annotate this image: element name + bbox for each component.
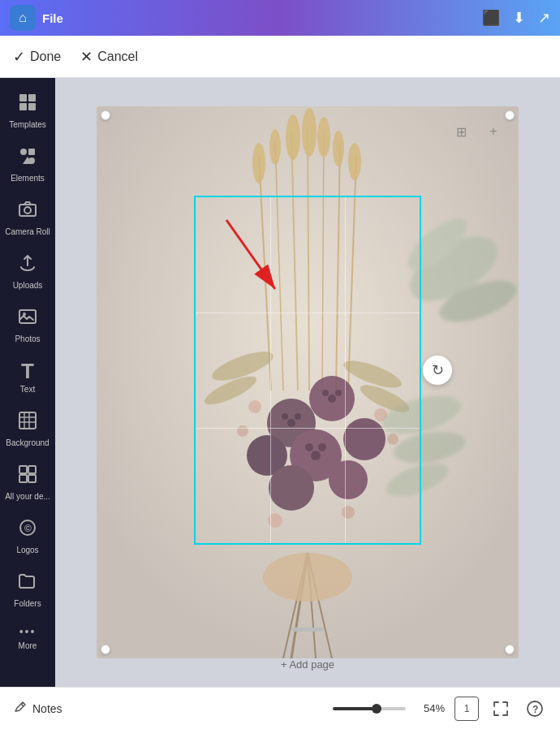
- sidebar-item-photos[interactable]: Photos: [0, 299, 55, 352]
- svg-rect-3: [28, 103, 36, 110]
- save-icon[interactable]: ⬛: [482, 9, 500, 27]
- zoom-slider[interactable]: [333, 707, 406, 710]
- svg-rect-12: [19, 412, 36, 429]
- camera-roll-icon: [18, 200, 37, 224]
- top-bar: ⌂ File ⬛ ⬇ ↗: [0, 0, 560, 36]
- folders-icon: [18, 572, 37, 596]
- sidebar-item-uploads[interactable]: Uploads: [0, 245, 55, 299]
- folders-label: Folders: [14, 599, 41, 609]
- zoom-thumb[interactable]: [372, 704, 381, 714]
- corner-handle-tr[interactable]: [505, 110, 515, 120]
- resize-icon[interactable]: ⊞: [449, 119, 473, 144]
- svg-point-61: [305, 443, 313, 451]
- main-layout: Templates Elements: [0, 78, 560, 687]
- home-button[interactable]: ⌂: [10, 5, 36, 31]
- bottom-bar: Notes 54% 1 ?: [0, 687, 560, 729]
- text-label: Text: [20, 385, 35, 395]
- notes-button[interactable]: Notes: [13, 700, 62, 717]
- add-page-button[interactable]: + Add page: [281, 658, 334, 671]
- zoom-percent: 54%: [416, 702, 445, 714]
- svg-text:?: ?: [532, 704, 538, 715]
- uploads-icon: [18, 253, 37, 278]
- all-designs-icon: [18, 464, 37, 489]
- svg-point-31: [263, 553, 352, 602]
- svg-rect-18: [28, 466, 36, 473]
- logos-icon: ©: [18, 518, 37, 542]
- svg-point-49: [343, 418, 386, 460]
- elements-icon: [18, 146, 37, 170]
- download-icon[interactable]: ⬇: [513, 9, 525, 27]
- done-label: Done: [30, 50, 61, 64]
- sidebar-item-templates[interactable]: Templates: [0, 84, 55, 138]
- sidebar-item-folders[interactable]: Folders: [0, 563, 55, 617]
- svg-point-40: [269, 129, 281, 165]
- templates-label: Templates: [9, 120, 46, 130]
- done-button[interactable]: ✓ Done: [13, 48, 61, 66]
- text-icon: T: [21, 360, 34, 382]
- sidebar-item-logos[interactable]: © Logos: [0, 510, 55, 563]
- svg-point-45: [348, 143, 361, 180]
- elements-label: Elements: [11, 174, 45, 183]
- more-label: More: [19, 641, 37, 651]
- notes-icon: [13, 700, 28, 717]
- canvas-top-icons: ⊞ +: [449, 119, 506, 144]
- background-icon: [18, 411, 37, 435]
- templates-icon: [18, 93, 37, 117]
- cancel-label: Cancel: [97, 50, 138, 64]
- svg-point-54: [295, 413, 301, 420]
- svg-point-39: [252, 143, 265, 183]
- sidebar-item-text[interactable]: T Text: [0, 352, 55, 403]
- svg-point-41: [286, 114, 300, 160]
- corner-handle-br[interactable]: [505, 645, 515, 654]
- svg-rect-17: [19, 466, 27, 473]
- photos-label: Photos: [15, 334, 40, 344]
- sidebar-item-all-designs[interactable]: All your de...: [0, 456, 55, 510]
- svg-point-71: [342, 506, 355, 519]
- x-icon: ✕: [80, 48, 93, 66]
- share-icon[interactable]: ↗: [538, 9, 550, 27]
- fullscreen-button[interactable]: [489, 697, 513, 721]
- sidebar-item-elements[interactable]: Elements: [0, 138, 55, 192]
- sidebar-item-more[interactable]: ••• More: [0, 617, 55, 659]
- svg-point-51: [269, 465, 314, 511]
- svg-line-77: [21, 704, 24, 706]
- add-icon[interactable]: +: [481, 119, 506, 144]
- logos-label: Logos: [16, 546, 38, 555]
- check-icon: ✓: [13, 48, 25, 66]
- home-icon: ⌂: [19, 11, 27, 25]
- corner-handle-tl[interactable]: [101, 110, 110, 120]
- svg-point-59: [311, 451, 321, 460]
- svg-rect-20: [28, 475, 36, 482]
- scroll-indicator: [291, 628, 324, 632]
- svg-point-52: [329, 460, 368, 499]
- cancel-button[interactable]: ✕ Cancel: [80, 48, 138, 66]
- zoom-slider-container: [333, 707, 406, 710]
- sidebar-item-background[interactable]: Background: [0, 403, 55, 456]
- svg-point-57: [335, 390, 342, 396]
- svg-point-60: [318, 443, 326, 451]
- svg-rect-1: [28, 94, 36, 101]
- svg-point-70: [268, 513, 282, 528]
- background-label: Background: [6, 438, 49, 448]
- help-button[interactable]: ?: [523, 697, 547, 721]
- corner-handle-bl[interactable]: [101, 645, 110, 654]
- page-number-button[interactable]: 1: [454, 697, 479, 721]
- svg-point-42: [302, 108, 317, 157]
- svg-point-44: [333, 131, 344, 166]
- sidebar-item-camera-roll[interactable]: Camera Roll: [0, 192, 55, 245]
- svg-point-9: [24, 207, 31, 214]
- notes-label: Notes: [32, 702, 62, 715]
- svg-point-4: [20, 149, 27, 155]
- canvas-area[interactable]: ↻ ⊞ +: [55, 78, 560, 687]
- svg-point-58: [322, 390, 329, 396]
- all-designs-label: All your de...: [5, 492, 50, 502]
- svg-point-67: [237, 425, 248, 437]
- top-bar-actions: ⬛ ⬇ ↗: [482, 9, 550, 27]
- svg-point-56: [328, 395, 336, 403]
- svg-rect-7: [28, 157, 35, 164]
- svg-point-69: [387, 434, 398, 445]
- svg-text:©: ©: [24, 523, 32, 534]
- sidebar: Templates Elements: [0, 78, 55, 687]
- file-menu[interactable]: File: [42, 11, 63, 25]
- svg-point-43: [317, 117, 330, 157]
